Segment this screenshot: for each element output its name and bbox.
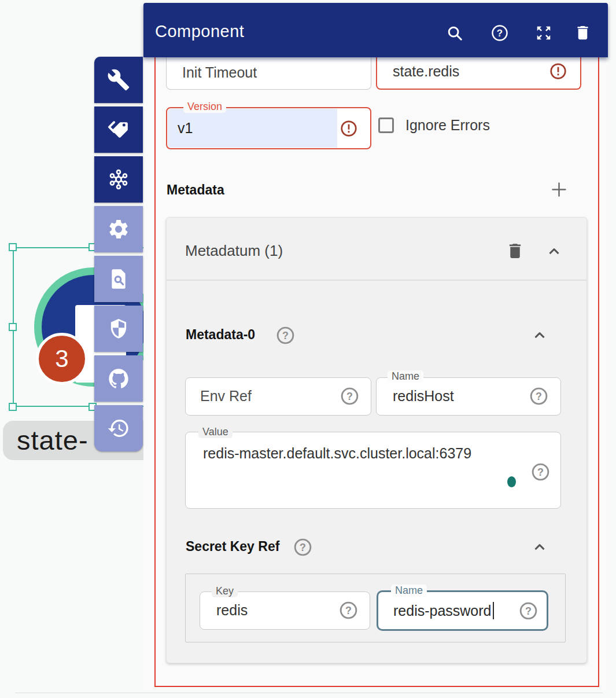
svg-text:?: ? bbox=[282, 330, 289, 341]
secret-key-ref-title: Secret Key Ref bbox=[186, 539, 279, 554]
add-metadata-button[interactable] bbox=[549, 179, 569, 200]
fullscreen-icon[interactable] bbox=[535, 24, 552, 42]
selection-handle-nw[interactable] bbox=[9, 243, 17, 251]
selection-handle-sw[interactable] bbox=[9, 403, 17, 411]
svg-text:?: ? bbox=[525, 605, 532, 617]
field-help-icon[interactable]: ? bbox=[519, 601, 538, 620]
svg-text:?: ? bbox=[497, 28, 503, 39]
metadata-0-title: Metadata-0 bbox=[186, 327, 255, 343]
toolbar-security-button[interactable] bbox=[94, 306, 143, 352]
component-type-text: state.redis bbox=[393, 63, 459, 80]
error-icon bbox=[340, 120, 357, 137]
toolbar-inspect-button[interactable] bbox=[94, 256, 143, 302]
shield-icon bbox=[107, 317, 130, 340]
secret-key-label: Key bbox=[212, 585, 238, 597]
metadatum-title: Metadatum (1) bbox=[185, 242, 283, 260]
metadata-0-help-icon[interactable]: ? bbox=[276, 326, 295, 345]
search-icon[interactable] bbox=[446, 24, 463, 42]
metadata-name-text: redisHost bbox=[393, 388, 454, 405]
metadata-heading: Metadata bbox=[167, 182, 224, 198]
history-icon bbox=[107, 417, 130, 440]
panel-title: Component bbox=[155, 22, 244, 41]
metadata-name-label: Name bbox=[388, 370, 423, 383]
version-value: v1 bbox=[178, 120, 193, 137]
hub-network-icon bbox=[107, 168, 130, 191]
card-divider bbox=[167, 280, 587, 281]
svg-text:?: ? bbox=[346, 391, 353, 402]
ignore-errors-label: Ignore Errors bbox=[405, 117, 490, 134]
value-status-dot bbox=[507, 476, 516, 487]
svg-text:?: ? bbox=[300, 542, 306, 553]
error-icon bbox=[549, 63, 567, 80]
field-help-icon[interactable]: ? bbox=[529, 387, 548, 406]
tag-icon bbox=[107, 118, 130, 141]
gear-icon bbox=[107, 218, 130, 241]
error-count-badge[interactable]: 3 bbox=[36, 333, 88, 385]
document-search-icon bbox=[107, 267, 130, 291]
metadata-name-field[interactable]: redisHost ? bbox=[376, 377, 561, 416]
secret-name-text: redis-password bbox=[393, 602, 494, 619]
help-icon[interactable]: ? bbox=[491, 24, 508, 42]
toolbar-github-button[interactable] bbox=[94, 355, 143, 402]
env-ref-text: Env Ref bbox=[200, 388, 252, 405]
version-label: Version bbox=[183, 101, 226, 113]
ignore-errors-checkbox[interactable] bbox=[378, 117, 394, 133]
selection-handle-w[interactable] bbox=[9, 323, 17, 331]
version-autofill-highlight bbox=[168, 109, 337, 148]
metadata-value-field[interactable]: redis-master.default.svc.cluster.local:6… bbox=[185, 432, 561, 509]
field-help-icon[interactable]: ? bbox=[531, 462, 550, 482]
collapse-metadatum-icon[interactable] bbox=[545, 243, 563, 260]
toolbar-tag-button[interactable] bbox=[94, 106, 143, 153]
delete-metadatum-icon[interactable] bbox=[506, 241, 525, 260]
metadata-value-text: redis-master.default.svc.cluster.local:6… bbox=[203, 445, 471, 462]
toolbar-settings-button[interactable] bbox=[94, 206, 143, 252]
env-ref-field[interactable]: Env Ref ? bbox=[185, 377, 371, 416]
secret-key-ref-help-icon[interactable]: ? bbox=[293, 538, 312, 557]
panel-header: Component ? bbox=[143, 3, 608, 57]
svg-text:?: ? bbox=[345, 605, 352, 616]
text-cursor bbox=[493, 602, 495, 619]
collapse-metadata-0-icon[interactable] bbox=[531, 327, 548, 344]
design-canvas: 3 state- bbox=[0, 0, 616, 698]
wrench-icon bbox=[107, 68, 130, 91]
field-help-icon[interactable]: ? bbox=[339, 601, 358, 620]
panel-bottom-divider bbox=[15, 692, 603, 693]
metadata-value-label: Value bbox=[198, 426, 233, 438]
init-timeout-field[interactable]: Init Timeout bbox=[166, 57, 371, 90]
component-type-field[interactable]: state.redis bbox=[376, 57, 581, 90]
svg-text:?: ? bbox=[536, 391, 542, 402]
toolbar-history-button[interactable] bbox=[94, 405, 143, 451]
toolbar-hub-button[interactable] bbox=[94, 156, 143, 203]
init-timeout-text: Init Timeout bbox=[182, 64, 257, 81]
secret-name-label: Name bbox=[391, 585, 427, 597]
version-field[interactable]: v1 bbox=[166, 107, 371, 149]
field-help-icon[interactable]: ? bbox=[340, 387, 359, 406]
secret-key-text: redis bbox=[216, 602, 248, 619]
collapse-secret-key-ref-icon[interactable] bbox=[531, 539, 548, 556]
toolbar-configure-button[interactable] bbox=[94, 57, 143, 103]
delete-icon[interactable] bbox=[574, 24, 591, 41]
github-icon bbox=[107, 367, 130, 390]
badge-count: 3 bbox=[55, 345, 68, 372]
svg-text:?: ? bbox=[537, 466, 544, 478]
